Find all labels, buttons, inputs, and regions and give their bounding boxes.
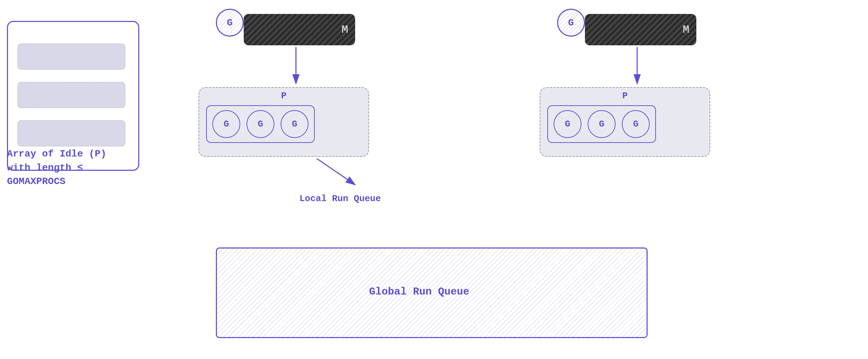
global-run-queue-label: Global Run Queue [369,286,469,298]
main-canvas: Array of Idle (P) with length ≤ GOMAXPRO… [0,0,868,359]
local-run-queue-label: Local Run Queue [299,193,381,204]
idle-array-container: Array of Idle (P) with length ≤ GOMAXPRO… [7,21,143,188]
right-p-label: P [622,91,628,101]
left-p-to-lrq-arrow [313,157,383,192]
right-g1: G [554,110,581,138]
left-g2: G [247,110,274,138]
left-goroutine-row: G G G [206,105,315,143]
right-m-box: M [585,14,696,45]
idle-row-3 [17,120,125,146]
left-g3: G [281,110,308,138]
idle-row-2 [17,82,125,108]
left-p-label: P [281,91,287,101]
right-m-label: M [683,23,689,36]
left-g-circle: G [216,9,244,37]
right-g-circle: G [557,9,585,37]
right-p-box: P G G G [540,87,710,157]
left-g1: G [212,110,240,138]
right-m-to-p-arrow [630,45,651,91]
right-g3: G [622,110,650,138]
left-m-label: M [342,23,348,36]
idle-row-1 [17,44,125,70]
idle-array-label: Array of Idle (P) with length ≤ GOMAXPRO… [7,147,143,188]
right-goroutine-row: G G G [547,105,656,143]
right-g2: G [588,110,616,138]
left-m-box: M [244,14,355,45]
left-p-box: P G G G [198,87,369,157]
svg-line-3 [317,159,355,185]
left-m-to-p-arrow [289,45,310,91]
